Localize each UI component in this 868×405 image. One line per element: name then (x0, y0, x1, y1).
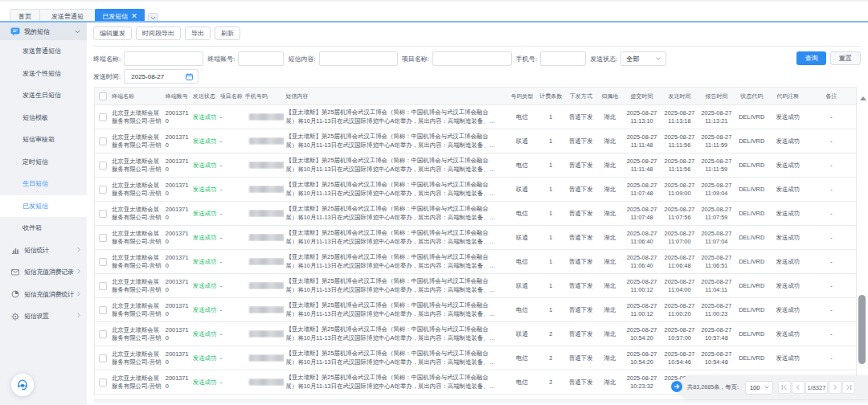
sms-content-cell: 【亚太瑞斯】第25届机博会武汉工博会（简称：中国机博会与武汉工博会融合展）将10… (284, 301, 507, 317)
sidebar-item-sms-review-box[interactable]: 短信审核箱 (0, 129, 87, 151)
row-checkbox[interactable] (99, 113, 107, 121)
send-status-select[interactable]: 全部 (620, 51, 666, 66)
sms-content-cell: 【亚太瑞斯】第25届机博会武汉工博会（简称：中国机博会与武汉工博会融合展）将10… (284, 205, 507, 221)
sidebar-item-send-birthday-sms[interactable]: 发送生日短信 (0, 84, 87, 107)
terminal-name-input[interactable] (124, 51, 203, 66)
scrollbar-thumb[interactable] (858, 295, 866, 364)
pagination-toggle-button[interactable] (671, 381, 682, 392)
project-name-input[interactable] (432, 51, 512, 66)
sidebar-item-send-personal-sms[interactable]: 发送个性短信 (0, 63, 87, 85)
row-checkbox[interactable] (99, 137, 107, 145)
sidebar-group-recharge-records[interactable]: 短信充值消费记录 (0, 261, 87, 284)
send-time-date-picker[interactable]: 2025-08-27 (124, 69, 199, 84)
reset-button[interactable]: 重置 (830, 51, 861, 65)
billing-count-cell: 2 (537, 330, 565, 338)
gear-icon (11, 313, 19, 321)
sidebar-item-scheduled-sms[interactable]: 定时短信 (0, 151, 87, 174)
tab-close-icon[interactable]: ✕ (131, 13, 137, 20)
remark-cell: - (807, 354, 856, 362)
select-all-checkbox[interactable] (99, 92, 107, 100)
filter-row-1: 终端名称:终端账号:短信内容:项目名称:手机号:发送状态:全部 (93, 51, 666, 66)
phone-number-cell (243, 282, 284, 289)
terminal-name-cell: 北京亚太瑞斯会展服务有限公司-营销 (109, 350, 163, 366)
number-type-cell: 电信 (507, 354, 537, 362)
send-mode-cell: 普通下发 (565, 378, 597, 387)
last-page-button[interactable] (842, 381, 855, 394)
scroll-up-arrow-icon[interactable] (860, 96, 866, 100)
sidebar-item-birthday-sms[interactable]: 生日短信 (0, 173, 87, 195)
send-mode-cell: 普通下发 (565, 258, 597, 266)
phone-number-cell (243, 234, 284, 241)
search-button[interactable]: 查询 (796, 51, 826, 65)
sms-message-text: 【亚太瑞斯】第25届机博会武汉工博会（简称：中国机博会与武汉工博会融合展）将10… (286, 277, 498, 293)
remark-cell: - (807, 113, 856, 121)
sidebar-root-my-sms[interactable]: 我的短信 (0, 22, 87, 40)
next-page-button[interactable] (829, 381, 841, 394)
edit-resend-button[interactable]: 编辑重发 (93, 27, 132, 40)
page-size-select[interactable]: 100 (745, 381, 773, 395)
report-time-cell: 2025-08-27 10:54:48 (698, 350, 735, 366)
horizontal-scrollbar-track[interactable] (94, 399, 868, 403)
row-checkbox[interactable] (99, 282, 107, 290)
sidebar-item-sms-template[interactable]: 短信模板 (0, 107, 87, 129)
time-range-export-button[interactable]: 时间段导出 (136, 27, 181, 40)
chevron-right-icon (77, 313, 80, 320)
submit-time-cell: 2025-08-27 11:11:48 (623, 158, 661, 174)
code-note-cell: 发送成功 (768, 258, 807, 266)
tab-label: 发送普通短 (51, 12, 84, 21)
vertical-scrollbar[interactable] (857, 87, 868, 395)
phone-number-input[interactable] (540, 51, 586, 66)
remark-cell: - (807, 234, 856, 242)
terminal-name-cell: 北京亚太瑞斯会展服务有限公司-营销 (109, 302, 163, 318)
number-type-cell: 电信 (507, 210, 537, 218)
first-page-icon (781, 384, 788, 391)
row-checkbox[interactable] (99, 378, 107, 387)
prev-page-button[interactable] (792, 381, 805, 394)
row-checkbox[interactable] (99, 306, 107, 314)
region-cell: 湖北 (597, 210, 623, 218)
send-status-cell: 发送成功 (190, 234, 218, 242)
export-button[interactable]: 导出 (185, 27, 211, 40)
row-checkbox-cell (95, 354, 109, 362)
remark-cell: - (807, 162, 856, 170)
status-code-cell: DELIVRD (735, 137, 768, 145)
sms-content-input[interactable] (319, 51, 398, 66)
send-time-cell: 2025-08-27 11:06:48 (661, 254, 698, 270)
phone-number-redacted (249, 354, 284, 362)
column-header: 手机号码 (243, 92, 284, 100)
project-name-label: 项目名称: (402, 55, 429, 63)
row-checkbox[interactable] (99, 330, 107, 338)
sms-message-text: 【亚太瑞斯】第25届机博会武汉工博会（简称：中国机博会与武汉工博会融合展）将10… (286, 301, 498, 317)
sidebar-item-sent-sms[interactable]: 已发短信 (0, 195, 87, 218)
row-checkbox[interactable] (99, 162, 107, 170)
sms-message-text: 【亚太瑞斯】第25届机博会武汉工博会（简称：中国机博会与武汉工博会融合展）将10… (286, 108, 498, 125)
terminal-account-cell: 20013710 (163, 374, 190, 391)
first-page-button[interactable] (778, 381, 791, 394)
number-type-cell: 电信 (507, 306, 537, 314)
row-checkbox[interactable] (99, 354, 107, 362)
customer-service-button[interactable] (11, 374, 34, 396)
row-checkbox[interactable] (99, 210, 107, 218)
sms-content-cell: 【亚太瑞斯】第25届机博会武汉工博会（简称：中国机博会与武汉工博会融合展）将10… (284, 181, 507, 197)
region-cell: 湖北 (597, 306, 623, 314)
send-mode-cell: 普通下发 (565, 186, 597, 194)
row-checkbox[interactable] (99, 258, 107, 266)
table-row: 北京亚太瑞斯会展服务有限公司-营销20013710发送成功-【亚太瑞斯】第25届… (95, 178, 856, 202)
sms-message-text: 【亚太瑞斯】第25届机博会武汉工博会（简称：中国机博会与武汉工博会融合展）将10… (286, 229, 498, 245)
row-checkbox[interactable] (99, 234, 107, 242)
refresh-button[interactable]: 刷新 (215, 27, 240, 40)
phone-number-cell (243, 330, 284, 338)
sidebar-item-send-normal-sms[interactable]: 发送普通短信 (0, 40, 87, 63)
sidebar-group-sms-settings[interactable]: 短信设置 (0, 305, 87, 328)
sidebar-item-inbox[interactable]: 收件箱 (0, 217, 87, 239)
column-header: 发送时间 (661, 92, 698, 100)
number-type-cell: 电信 (507, 258, 537, 266)
sidebar-group-sms-statistics[interactable]: 短信统计 (0, 239, 87, 262)
pie-chart-icon (11, 290, 19, 298)
phone-number-cell (243, 113, 284, 121)
billing-count-cell: 2 (537, 378, 565, 387)
page-indicator[interactable]: 1/8327 (805, 381, 828, 394)
row-checkbox[interactable] (99, 186, 107, 194)
terminal-account-input[interactable] (238, 51, 284, 66)
sidebar-group-recharge-statistics[interactable]: 短信充值消费统计 (0, 284, 87, 306)
